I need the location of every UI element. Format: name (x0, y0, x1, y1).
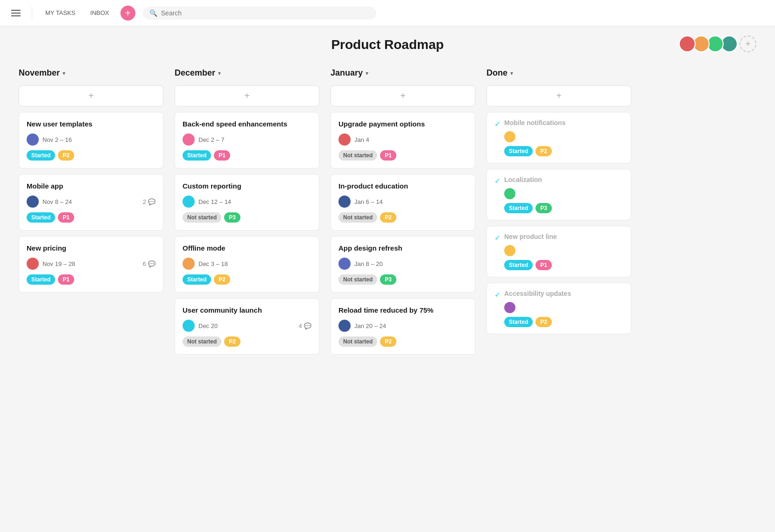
card-app-design-refresh[interactable]: App design refresh Jan 8 – 20 Not starte… (331, 236, 475, 293)
card-meta (504, 188, 623, 199)
column-title-done: Done (486, 68, 507, 78)
comment-count-number: 2 (143, 198, 146, 205)
card-title: In-product education (338, 182, 467, 190)
card-backend-speed[interactable]: Back-end speed enhancements Dec 2 – 7 St… (175, 112, 319, 168)
add-card-button-done[interactable]: + (486, 85, 631, 106)
card-reload-time[interactable]: Reload time reduced by 75% Jan 20 – 24 N… (331, 298, 475, 355)
avatar (27, 196, 39, 208)
column-january: January ▾ + Upgrade payment options Jan … (331, 66, 475, 360)
status-badge: Not started (183, 336, 221, 347)
status-badge: Not started (338, 274, 377, 285)
card-title: Custom reporting (183, 182, 311, 190)
priority-badge: P2 (58, 150, 74, 161)
card-date: Jan 4 (354, 136, 369, 143)
add-card-button-december[interactable]: + (175, 85, 319, 106)
avatar (338, 320, 351, 332)
add-member-button[interactable]: + (740, 35, 756, 52)
check-icon: ✓ (494, 176, 500, 185)
card-custom-reporting[interactable]: Custom reporting Dec 12 – 14 Not started… (175, 174, 319, 231)
done-card-body: New product line Started P1 (504, 233, 623, 270)
chevron-down-icon: ▾ (510, 70, 513, 77)
search-input[interactable] (161, 9, 370, 17)
avatar (27, 258, 39, 270)
card-tags: Started P1 (504, 260, 623, 270)
chevron-down-icon: ▾ (63, 70, 65, 77)
done-card-body: Mobile notifications Started P2 (504, 119, 623, 156)
column-november: November ▾ + New user templates Nov 2 – … (19, 66, 163, 360)
card-new-product-line[interactable]: ✓ New product line Started P1 (486, 226, 631, 277)
status-badge: Not started (338, 336, 377, 347)
column-title-november: November (19, 68, 60, 78)
card-title: Back-end speed enhancements (183, 120, 311, 128)
comment-icon: 💬 (148, 198, 155, 205)
card-date: Nov 19 – 28 (42, 260, 75, 267)
status-badge: Started (27, 150, 55, 161)
done-card-body: Localization Started P3 (504, 176, 623, 213)
avatar (183, 196, 195, 208)
priority-badge: P1 (58, 274, 74, 285)
card-tags: Not started P3 (338, 274, 467, 285)
status-badge: Started (27, 274, 55, 285)
card-date: Dec 12 – 14 (198, 198, 231, 205)
my-tasks-link[interactable]: MY TASKS (42, 7, 79, 18)
status-badge: Started (504, 146, 533, 156)
card-meta: Jan 20 – 24 (338, 320, 467, 332)
card-user-community[interactable]: User community launch Dec 20 4 💬 Not sta… (175, 298, 319, 355)
priority-badge: P1 (380, 150, 396, 161)
card-meta (504, 245, 623, 256)
add-button[interactable]: + (120, 6, 135, 21)
inbox-link[interactable]: INBOX (86, 7, 113, 18)
check-icon: ✓ (494, 233, 500, 242)
card-tags: Not started P2 (338, 212, 467, 223)
card-tags: Started P3 (504, 203, 623, 213)
card-date: Nov 2 – 16 (42, 136, 72, 143)
card-meta: Dec 2 – 7 (183, 133, 311, 146)
priority-badge: P1 (58, 212, 74, 223)
status-badge: Started (27, 212, 55, 223)
card-date: Jan 8 – 20 (354, 260, 383, 267)
card-localization[interactable]: ✓ Localization Started P3 (486, 169, 631, 220)
column-header-november: November ▾ (19, 66, 163, 80)
comment-count-number: 6 (143, 260, 146, 267)
card-tags: Started P2 (504, 146, 623, 156)
avatar (183, 320, 195, 332)
hamburger-menu[interactable] (9, 8, 22, 18)
card-meta (504, 302, 623, 313)
card-title: Upgrade payment options (338, 120, 467, 128)
add-card-button-january[interactable]: + (331, 85, 475, 106)
avatar (679, 35, 696, 52)
priority-badge: P2 (380, 212, 396, 223)
avatar (504, 131, 515, 142)
card-meta: Dec 3 – 18 (183, 258, 311, 270)
card-mobile-notifications[interactable]: ✓ Mobile notifications Started P2 (486, 112, 631, 163)
card-title: Localization (504, 176, 623, 183)
card-offline-mode[interactable]: Offline mode Dec 3 – 18 Started P2 (175, 236, 319, 293)
chevron-down-icon: ▾ (218, 70, 221, 77)
card-upgrade-payment[interactable]: Upgrade payment options Jan 4 Not starte… (331, 112, 475, 168)
card-title: Offline mode (183, 244, 311, 252)
card-accessibility-updates[interactable]: ✓ Accessibility updates Started P2 (486, 283, 631, 334)
card-in-product-education[interactable]: In-product education Jan 6 – 14 Not star… (331, 174, 475, 231)
status-badge: Started (183, 150, 211, 161)
card-mobile-app[interactable]: Mobile app Nov 8 – 24 2 💬 Started P1 (19, 174, 163, 231)
add-card-button-november[interactable]: + (19, 85, 163, 106)
status-badge: Started (183, 274, 211, 285)
card-new-user-templates[interactable]: New user templates Nov 2 – 16 Started P2 (19, 112, 163, 168)
card-date: Jan 6 – 14 (354, 198, 383, 205)
priority-badge: P1 (214, 150, 230, 161)
card-meta: Jan 6 – 14 (338, 196, 467, 208)
card-new-pricing[interactable]: New pricing Nov 19 – 28 6 💬 Started P1 (19, 236, 163, 293)
priority-badge: P2 (214, 274, 230, 285)
card-meta: Dec 12 – 14 (183, 196, 311, 208)
card-meta: Jan 4 (338, 133, 467, 146)
avatar-group: + (679, 35, 756, 52)
priority-badge: P2 (535, 146, 552, 156)
card-title: New user templates (27, 120, 155, 128)
done-card-body: Accessibility updates Started P2 (504, 290, 623, 327)
card-date: Nov 8 – 24 (42, 198, 72, 205)
card-date: Jan 20 – 24 (354, 322, 386, 329)
card-date: Dec 3 – 18 (198, 260, 228, 267)
avatar (183, 258, 195, 270)
column-title-january: January (331, 68, 363, 78)
page-header: Product Roadmap + (0, 26, 775, 62)
